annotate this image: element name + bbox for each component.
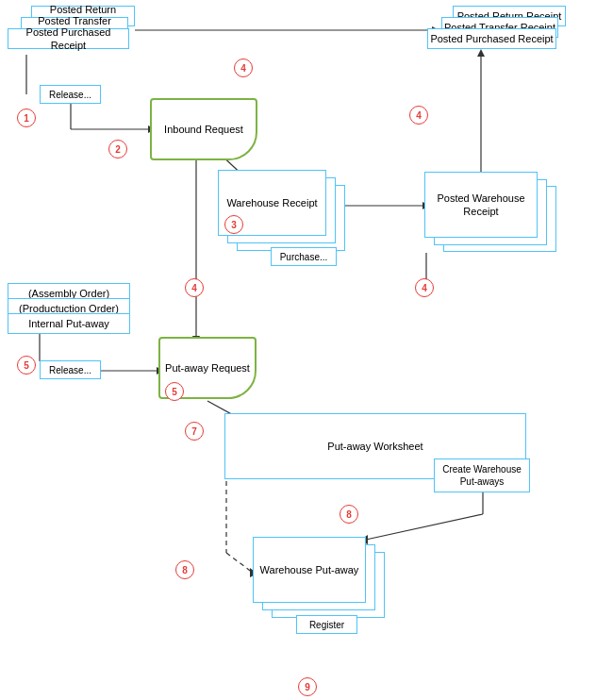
circle-1: 1: [17, 108, 36, 127]
create-wh-put-aways-box: Create Warehouse Put-aways: [434, 458, 530, 492]
posted-purchased-receipt-right: Posted Purchased Receipt: [427, 28, 556, 49]
circle-4c: 4: [185, 278, 204, 297]
warehouse-receipt-label: Warehouse Receipt: [226, 196, 317, 209]
diagram: Posted Return Receipt Posted Transfer Re…: [0, 0, 613, 700]
posted-purchased-receipt-left: Posted Purchased Receipt: [8, 28, 129, 49]
posted-wh-receipt-front: Posted Warehouse Receipt: [424, 172, 538, 238]
inbound-request-box: Inbound Request: [150, 98, 257, 160]
circle-4d: 4: [415, 278, 434, 297]
circle-4b: 4: [409, 106, 428, 125]
circle-4a: 4: [234, 58, 253, 77]
svg-marker-12: [477, 49, 485, 57]
release-button-bottom[interactable]: Release...: [40, 360, 101, 379]
circle-5b: 5: [165, 382, 184, 401]
purchase-button[interactable]: Purchase...: [271, 247, 337, 266]
circle-3: 3: [224, 215, 243, 234]
warehouse-putaway-label: Warehouse Put-away: [260, 563, 359, 576]
release-button-top[interactable]: Release...: [40, 85, 101, 104]
warehouse-putaway-front: Warehouse Put-away: [253, 537, 366, 603]
internal-putaway-box: Internal Put-away: [8, 313, 130, 334]
posted-wh-receipt-label: Posted Warehouse Receipt: [425, 192, 537, 219]
register-button[interactable]: Register: [296, 615, 357, 634]
circle-9: 9: [298, 677, 317, 696]
circle-2: 2: [108, 140, 127, 158]
circle-7: 7: [185, 422, 204, 441]
circle-8a: 8: [340, 505, 358, 524]
svg-line-23: [366, 514, 483, 540]
circle-5a: 5: [17, 356, 36, 375]
circle-8b: 8: [175, 560, 194, 579]
svg-line-26: [226, 553, 253, 573]
